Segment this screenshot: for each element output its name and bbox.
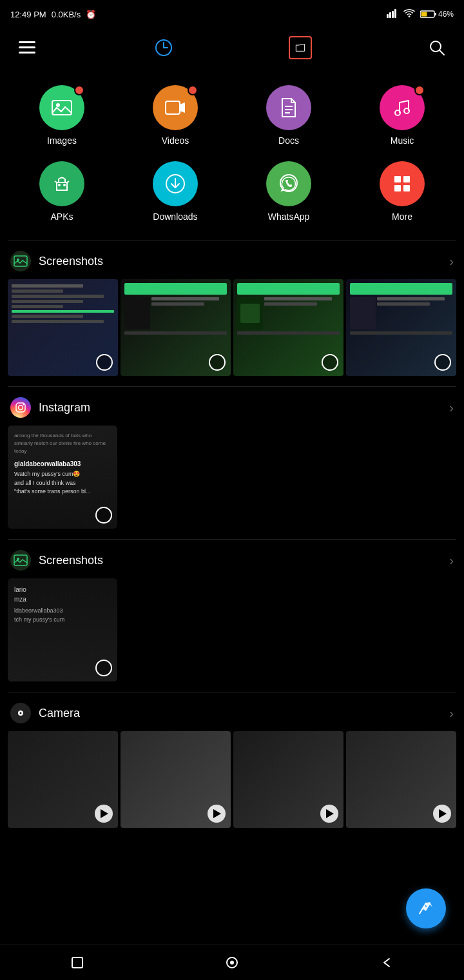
thumb-select-4[interactable]	[434, 354, 451, 371]
thumb-select-1[interactable]	[96, 354, 113, 371]
play-btn-4[interactable]	[433, 805, 451, 823]
nav-home-button[interactable]	[220, 951, 244, 974]
svg-rect-33	[394, 185, 401, 191]
section-header-left-1: Screenshots	[10, 251, 103, 271]
thumb-select-2[interactable]	[209, 354, 226, 371]
images-icon-wrapper	[39, 85, 84, 130]
category-music[interactable]: Music	[345, 77, 459, 153]
music-icon-wrapper	[380, 85, 425, 130]
instagram-thumb-1[interactable]: among the thousands of bots who similarl…	[8, 426, 117, 529]
section-screenshots-2: Screenshots › lario mza ldabeorwallaba30…	[0, 540, 464, 692]
svg-rect-3	[394, 9, 396, 18]
network-speed: 0.0KB/s	[52, 10, 81, 19]
videos-icon-wrapper	[153, 85, 198, 130]
nav-back-button[interactable]	[375, 951, 398, 974]
history-button[interactable]	[152, 36, 175, 59]
nav-square-button[interactable]	[66, 951, 89, 974]
screenshot-2-thumb-1[interactable]: lario mza ldabeorwallaba303 tch my pussy…	[8, 578, 117, 681]
category-whatsapp[interactable]: WhatsApp	[232, 153, 345, 230]
chevron-right-cam: ›	[449, 706, 454, 721]
status-bar: 12:49 PM 0.0KB/s ⏰	[0, 0, 464, 28]
play-btn-1[interactable]	[95, 805, 113, 823]
apks-label: APKs	[50, 211, 73, 222]
section-header-screenshots-1[interactable]: Screenshots ›	[0, 240, 464, 279]
svg-rect-1	[389, 12, 391, 18]
fab-button[interactable]	[406, 888, 446, 928]
videos-badge	[188, 85, 198, 95]
music-badge	[414, 85, 425, 95]
ss2-thumb-select[interactable]	[95, 660, 112, 676]
chevron-right-1: ›	[449, 254, 454, 269]
camera-title: Camera	[39, 707, 80, 720]
whatsapp-label: WhatsApp	[268, 211, 310, 222]
section-header-left-ig: Instagram	[10, 397, 90, 418]
category-grid: Images Videos	[0, 67, 464, 240]
section-header-instagram[interactable]: Instagram ›	[0, 387, 464, 426]
category-videos[interactable]: Videos	[119, 77, 232, 153]
screenshot-thumb-4[interactable]	[346, 279, 456, 376]
more-icon	[380, 161, 425, 206]
status-right: 46%	[387, 9, 454, 20]
camera-thumb-1[interactable]	[8, 731, 118, 828]
svg-rect-34	[403, 185, 410, 191]
svg-rect-35	[14, 256, 27, 266]
svg-point-47	[230, 961, 234, 965]
camera-thumb-4[interactable]	[346, 731, 456, 828]
folder-button[interactable]	[289, 36, 312, 59]
screenshot-thumb-3[interactable]	[233, 279, 343, 376]
svg-rect-10	[19, 52, 35, 54]
apks-icon	[39, 161, 84, 206]
screenshots-icon-1	[10, 251, 31, 271]
category-docs[interactable]: Docs	[232, 77, 345, 153]
svg-rect-16	[52, 101, 72, 115]
section-header-left-cam: Camera	[10, 703, 80, 723]
alarm-icon: ⏰	[86, 10, 96, 19]
signal-icon	[387, 9, 398, 20]
whatsapp-icon-wrapper	[266, 161, 311, 206]
battery-icon: 46%	[420, 10, 454, 19]
top-nav	[0, 28, 464, 67]
category-images[interactable]: Images	[5, 77, 119, 153]
docs-icon	[266, 85, 311, 130]
screenshot-thumb-2[interactable]	[121, 279, 231, 376]
wifi-icon	[403, 9, 415, 20]
camera-thumb-3[interactable]	[233, 731, 343, 828]
images-label: Images	[47, 135, 77, 146]
svg-line-27	[67, 181, 69, 182]
bottom-nav	[0, 944, 464, 980]
category-more[interactable]: More	[345, 153, 459, 230]
more-icon-wrapper	[380, 161, 425, 206]
camera-icon	[10, 703, 31, 723]
svg-rect-40	[14, 555, 27, 565]
downloads-icon	[153, 161, 198, 206]
section-instagram: Instagram › among the thousands of bots …	[0, 387, 464, 539]
camera-thumb-2[interactable]	[121, 731, 231, 828]
downloads-icon-wrapper	[153, 161, 198, 206]
svg-line-26	[55, 181, 57, 182]
ig-thumb-select[interactable]	[95, 507, 112, 524]
svg-point-43	[20, 712, 22, 714]
svg-point-38	[19, 406, 23, 410]
time: 12:49 PM	[10, 10, 46, 19]
svg-rect-9	[19, 46, 35, 48]
status-left: 12:49 PM 0.0KB/s ⏰	[10, 10, 96, 19]
screenshots-title-1: Screenshots	[39, 255, 103, 268]
category-apks[interactable]: APKs	[5, 153, 119, 230]
apks-icon-wrapper	[39, 161, 84, 206]
play-btn-2[interactable]	[208, 805, 226, 823]
section-header-camera[interactable]: Camera ›	[0, 692, 464, 731]
section-header-left-2: Screenshots	[10, 550, 103, 571]
play-btn-3[interactable]	[320, 805, 338, 823]
svg-point-17	[56, 103, 60, 107]
section-header-screenshots-2[interactable]: Screenshots ›	[0, 540, 464, 578]
svg-point-4	[409, 15, 411, 17]
screenshot-thumb-1[interactable]	[8, 279, 118, 376]
svg-rect-7	[421, 12, 427, 17]
battery-percent: 46%	[438, 10, 454, 19]
svg-line-15	[440, 50, 444, 55]
thumb-select-3[interactable]	[322, 354, 338, 371]
svg-point-24	[58, 184, 61, 186]
category-downloads[interactable]: Downloads	[119, 153, 232, 230]
search-button[interactable]	[425, 36, 449, 59]
menu-button[interactable]	[15, 36, 39, 59]
